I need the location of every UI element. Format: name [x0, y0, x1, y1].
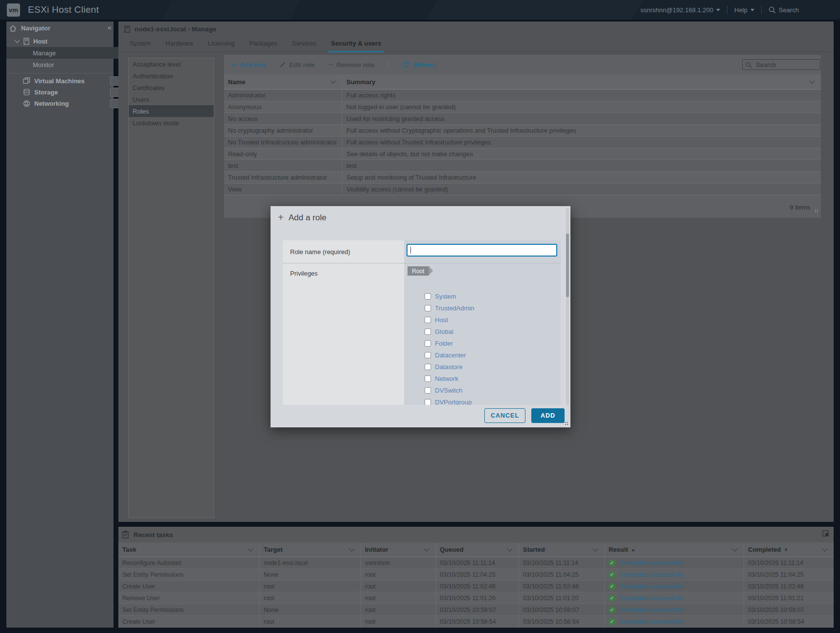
table-row[interactable]: AdministratorFull access rights: [224, 90, 821, 101]
result-link[interactable]: Completed successfully: [619, 607, 683, 613]
privilege-checkbox[interactable]: [425, 305, 431, 311]
privilege-label[interactable]: Datacenter: [435, 352, 466, 359]
submenu-item-certificates[interactable]: Certificates: [129, 82, 214, 94]
started-cell: 03/10/2025 11:11:14: [519, 557, 604, 568]
collapse-sidebar-icon[interactable]: «: [108, 23, 112, 31]
plus-icon: +: [232, 60, 236, 69]
result-cell: ✓Completed successfully: [604, 581, 744, 592]
privilege-checkbox[interactable]: [425, 293, 431, 300]
privilege-label[interactable]: Global: [435, 328, 454, 335]
privilege-label[interactable]: Folder: [435, 340, 453, 347]
result-link[interactable]: Completed successfully: [619, 618, 683, 625]
sidebar-item-virtual-machines[interactable]: Virtual Machines 0: [6, 75, 130, 87]
column-header-started[interactable]: Started: [519, 542, 604, 557]
roles-search-input[interactable]: [755, 61, 811, 69]
result-link[interactable]: Completed successfully: [619, 560, 683, 566]
privilege-label[interactable]: Datastore: [435, 363, 462, 371]
tab-security-users[interactable]: Security & users: [331, 40, 382, 51]
privilege-checkbox[interactable]: [425, 364, 431, 370]
completed-cell: 03/10/2025 11:01:21: [744, 592, 834, 604]
remove-role-button[interactable]: − Remove role: [328, 60, 374, 69]
resize-grip[interactable]: [815, 209, 819, 213]
submenu-item-authentication[interactable]: Authentication: [129, 70, 214, 82]
completed-cell: 03/10/2025 11:04:25: [744, 569, 834, 580]
submenu-item-acceptance-level[interactable]: Acceptance level: [129, 58, 214, 70]
help-menu[interactable]: Help: [734, 6, 754, 14]
privilege-checkbox[interactable]: [425, 317, 431, 323]
topbar-divider: [727, 5, 727, 14]
table-row[interactable]: testtest: [224, 160, 821, 172]
root-breadcrumb[interactable]: Root: [408, 266, 433, 276]
submenu-item-roles[interactable]: Roles: [129, 105, 214, 117]
column-header-task[interactable]: Task: [118, 542, 259, 557]
dialog-resize-grip[interactable]: [565, 422, 569, 426]
privilege-checkbox[interactable]: [425, 340, 431, 347]
result-link[interactable]: Completed successfully: [619, 595, 683, 602]
queued-cell: 03/10/2025 10:59:07: [435, 604, 519, 615]
privilege-label[interactable]: DVPortgroup: [435, 399, 472, 405]
column-header-target[interactable]: Target: [259, 542, 361, 557]
global-search[interactable]: Search: [769, 6, 799, 14]
privilege-label[interactable]: TrustedAdmin: [435, 305, 474, 312]
tab-system[interactable]: System: [130, 40, 151, 51]
maximize-panel-icon[interactable]: [822, 530, 829, 537]
privilege-label[interactable]: Network: [435, 375, 458, 382]
add-button[interactable]: ADD: [531, 408, 565, 423]
privilege-checkbox[interactable]: [425, 352, 431, 358]
task-row[interactable]: Set Entity Permissions None root 03/10/2…: [118, 604, 834, 616]
cancel-button[interactable]: CANCEL: [484, 408, 525, 423]
task-row[interactable]: Set Entity Permissions None root 03/10/2…: [118, 569, 834, 581]
tab-services[interactable]: Services: [292, 40, 317, 51]
privilege-checkbox[interactable]: [425, 375, 431, 382]
column-header-name[interactable]: Name: [224, 74, 342, 89]
table-row[interactable]: AnonymousNot logged-in user (cannot be g…: [224, 101, 821, 113]
privilege-item: Network: [425, 373, 458, 384]
dialog-scrollbar: [566, 208, 569, 405]
privilege-label[interactable]: Host: [435, 316, 448, 324]
privilege-checkbox[interactable]: [425, 399, 431, 405]
result-link[interactable]: Completed successfully: [619, 583, 683, 590]
role-summary-cell: Full access without Trusted Infrastructu…: [342, 137, 821, 148]
column-header-summary[interactable]: Summary: [342, 74, 821, 89]
table-row[interactable]: No cryptography administratorFull access…: [224, 125, 821, 137]
table-row[interactable]: Read-onlySee details of objects, but not…: [224, 148, 821, 160]
privilege-label[interactable]: DVSwitch: [435, 387, 462, 394]
completed-cell: 03/10/2025 10:58:54: [744, 616, 834, 627]
tab-packages[interactable]: Packages: [250, 40, 277, 51]
user-menu[interactable]: ssnrshnn@192.168.1.200: [640, 6, 720, 14]
role-name-input[interactable]: [409, 245, 553, 256]
tab-hardware[interactable]: Hardware: [165, 40, 193, 51]
submenu-item-users[interactable]: Users: [129, 94, 214, 105]
privilege-checkbox[interactable]: [425, 328, 431, 335]
refresh-button[interactable]: Refresh: [402, 61, 436, 69]
sidebar-item-storage[interactable]: Storage 1: [6, 86, 130, 98]
target-cell: root: [259, 581, 361, 592]
submenu-item-lockdown-mode[interactable]: Lockdown mode: [129, 117, 214, 129]
column-header-queued[interactable]: Queued: [435, 542, 519, 557]
task-row[interactable]: Reconfigure Autostart node1-esxi.local s…: [118, 557, 834, 569]
sidebar-item-host[interactable]: Host: [6, 35, 122, 47]
task-row[interactable]: Create User root root 03/10/2025 11:02:4…: [118, 581, 834, 592]
column-header-completed[interactable]: Completed▼: [744, 542, 834, 557]
table-row[interactable]: No Trusted Infrastructure administratorF…: [224, 137, 821, 148]
edit-role-button[interactable]: Edit role: [279, 61, 315, 69]
tab-licensing[interactable]: Licensing: [208, 40, 235, 51]
add-role-button[interactable]: + Add role: [232, 60, 266, 69]
virtual-machines-icon: [23, 77, 30, 84]
table-row[interactable]: ViewVisibility access (cannot be granted…: [224, 184, 821, 195]
scrollbar-thumb[interactable]: [566, 234, 569, 297]
storage-icon: [23, 89, 30, 95]
table-row[interactable]: Trusted Infrastructure administratorSetu…: [224, 172, 821, 184]
sidebar-item-networking[interactable]: Networking 1: [6, 97, 130, 109]
table-row[interactable]: No accessUsed for restricting granted ac…: [224, 113, 821, 125]
column-header-result[interactable]: Result▲: [604, 542, 744, 557]
recent-tasks-panel: Recent tasks Task Target Initiator Queue…: [118, 527, 834, 628]
result-link[interactable]: Completed successfully: [619, 571, 683, 578]
column-header-initiator[interactable]: Initiator: [361, 542, 435, 557]
task-row[interactable]: Remove User root root 03/10/2025 11:01:2…: [118, 592, 834, 604]
task-row[interactable]: Create User root root 03/10/2025 10:58:5…: [118, 616, 834, 628]
privilege-label[interactable]: System: [435, 293, 456, 300]
initiator-cell: root: [361, 592, 435, 604]
target-cell: root: [259, 592, 361, 604]
privilege-checkbox[interactable]: [425, 387, 431, 394]
